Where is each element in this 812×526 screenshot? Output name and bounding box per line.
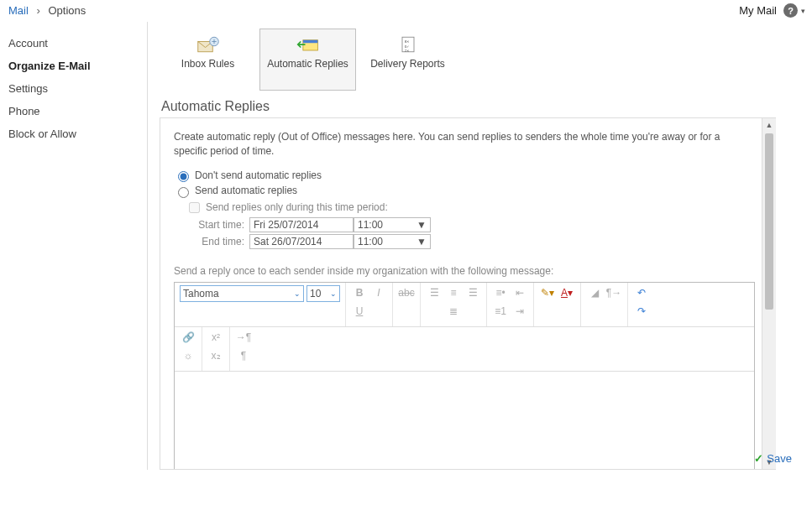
dropdown-icon: ⌄ bbox=[294, 289, 301, 299]
svg-rect-3 bbox=[302, 40, 317, 44]
automatic-replies-icon bbox=[296, 34, 320, 55]
settings-panel: Create automatic reply (Out of Office) m… bbox=[160, 117, 762, 470]
underline-button[interactable]: U bbox=[351, 304, 368, 319]
radio-send[interactable]: Send automatic replies bbox=[174, 184, 748, 198]
sidebar-item-phone[interactable]: Phone bbox=[0, 100, 147, 122]
save-button[interactable]: ✓ Save bbox=[754, 452, 792, 465]
checkbox-time-period-label: Send replies only during this time perio… bbox=[206, 201, 388, 215]
end-time-value: 11:00 bbox=[358, 235, 383, 249]
start-time-field[interactable]: 11:00 ▼ bbox=[354, 217, 431, 232]
ribbon-label: Delivery Reports bbox=[370, 58, 445, 70]
scroll-thumb[interactable] bbox=[765, 133, 773, 310]
chevron-right-icon: › bbox=[36, 4, 39, 17]
breadcrumb-root[interactable]: Mail bbox=[8, 4, 29, 17]
svg-text:0✓: 0✓ bbox=[404, 44, 408, 49]
sidebar: Account Organize E-Mail Settings Phone B… bbox=[0, 22, 148, 470]
radio-dont-send-input[interactable] bbox=[178, 171, 189, 182]
ltr-button[interactable]: ¶→ bbox=[605, 285, 622, 300]
top-right: My Mail ? ▾ bbox=[739, 3, 805, 18]
align-justify-button[interactable]: ≣ bbox=[445, 304, 462, 319]
editor-textarea[interactable] bbox=[175, 372, 754, 470]
dropdown-icon: ▼ bbox=[416, 235, 427, 249]
content: Inbox Rules Automatic Replies 8✕ 0✓ 2✕ D… bbox=[148, 22, 812, 470]
paragraph-button[interactable]: ¶ bbox=[235, 348, 252, 363]
start-time-label: Start time: bbox=[186, 218, 244, 232]
font-name-value: Tahoma bbox=[183, 287, 219, 301]
bullet-list-button[interactable]: ≡• bbox=[492, 285, 509, 300]
vertical-scrollbar[interactable]: ▲ ▼ bbox=[762, 117, 776, 470]
breadcrumb: Mail › Options bbox=[8, 4, 86, 17]
italic-button[interactable]: I bbox=[370, 285, 387, 300]
end-date-field[interactable]: Sat 26/07/2014 bbox=[249, 234, 354, 249]
align-center-button[interactable]: ≡ bbox=[445, 285, 462, 300]
radio-dont-send-label: Don't send automatic replies bbox=[195, 169, 322, 183]
save-label: Save bbox=[767, 452, 792, 465]
sidebar-item-block-or-allow[interactable]: Block or Allow bbox=[0, 122, 147, 145]
check-icon: ✓ bbox=[754, 452, 763, 465]
subscript-button[interactable]: x₂ bbox=[207, 348, 224, 363]
bold-button[interactable]: B bbox=[351, 285, 368, 300]
insert-link-button[interactable]: 🔗 bbox=[180, 330, 196, 345]
reply-editor-label: Send a reply once to each sender inside … bbox=[174, 264, 748, 279]
help-dropdown-icon[interactable]: ▾ bbox=[801, 7, 805, 15]
ribbon-label: Automatic Replies bbox=[267, 58, 348, 70]
dropdown-icon: ⌄ bbox=[330, 289, 337, 299]
checkbox-time-period[interactable]: Send replies only during this time perio… bbox=[186, 200, 748, 216]
help-icon[interactable]: ? bbox=[783, 3, 798, 18]
checkbox-time-period-input[interactable] bbox=[189, 202, 200, 213]
ribbon-label: Inbox Rules bbox=[181, 58, 234, 70]
font-color-button[interactable]: A▾ bbox=[558, 285, 575, 300]
start-date-field[interactable]: Fri 25/07/2014 bbox=[249, 217, 354, 232]
align-right-button[interactable]: ☰ bbox=[464, 285, 481, 300]
rtl-button[interactable]: →¶ bbox=[235, 330, 252, 345]
svg-text:2✕: 2✕ bbox=[404, 49, 408, 53]
font-size-value: 10 bbox=[310, 287, 321, 301]
radio-send-input[interactable] bbox=[178, 187, 189, 198]
intro-text: Create automatic reply (Out of Office) m… bbox=[174, 130, 748, 159]
section-title: Automatic Replies bbox=[161, 99, 812, 114]
superscript-button[interactable]: x² bbox=[207, 330, 224, 345]
editor-toolbar: Tahoma ⌄ 10 ⌄ B bbox=[175, 283, 754, 327]
radio-send-label: Send automatic replies bbox=[195, 184, 297, 198]
sidebar-item-account[interactable]: Account bbox=[0, 32, 147, 55]
my-mail-link[interactable]: My Mail bbox=[739, 4, 777, 17]
font-size-select[interactable]: 10 ⌄ bbox=[306, 285, 340, 302]
indent-button[interactable]: ⇥ bbox=[511, 304, 528, 319]
redo-button[interactable]: ↷ bbox=[633, 304, 650, 319]
clear-format-button[interactable]: ◢ bbox=[586, 285, 603, 300]
ribbon-inbox-rules[interactable]: Inbox Rules bbox=[160, 29, 256, 91]
ribbon: Inbox Rules Automatic Replies 8✕ 0✓ 2✕ D… bbox=[160, 29, 812, 91]
end-time-field[interactable]: 11:00 ▼ bbox=[354, 234, 431, 249]
strikethrough-button[interactable]: abc bbox=[398, 285, 415, 300]
dropdown-icon: ▼ bbox=[416, 218, 427, 232]
ribbon-automatic-replies[interactable]: Automatic Replies bbox=[259, 29, 356, 91]
align-left-button[interactable]: ☰ bbox=[426, 285, 443, 300]
sidebar-item-organize-email[interactable]: Organize E-Mail bbox=[0, 55, 147, 77]
outdent-button[interactable]: ⇤ bbox=[511, 285, 528, 300]
editor-toolbar-2: 🔗 ☼ x² x₂ →¶ ¶ bbox=[175, 327, 754, 372]
undo-button[interactable]: ↶ bbox=[633, 285, 650, 300]
insert-image-button[interactable]: ☼ bbox=[180, 348, 196, 363]
sidebar-item-settings[interactable]: Settings bbox=[0, 77, 147, 100]
font-name-select[interactable]: Tahoma ⌄ bbox=[180, 285, 304, 302]
highlight-color-button[interactable]: ✎▾ bbox=[539, 285, 556, 300]
inbox-rules-icon bbox=[196, 34, 220, 55]
scroll-up-icon[interactable]: ▲ bbox=[762, 118, 776, 132]
ribbon-delivery-reports[interactable]: 8✕ 0✓ 2✕ Delivery Reports bbox=[359, 29, 456, 91]
end-time-label: End time: bbox=[186, 235, 244, 249]
start-time-value: 11:00 bbox=[358, 218, 383, 232]
top-bar: Mail › Options My Mail ? ▾ bbox=[0, 0, 812, 22]
scroll-track[interactable] bbox=[762, 311, 776, 456]
svg-text:8✕: 8✕ bbox=[404, 39, 408, 44]
rich-text-editor: Tahoma ⌄ 10 ⌄ B bbox=[174, 282, 755, 470]
breadcrumb-current: Options bbox=[48, 4, 86, 17]
number-list-button[interactable]: ≡1 bbox=[492, 304, 509, 319]
delivery-reports-icon: 8✕ 0✓ 2✕ bbox=[396, 34, 420, 55]
radio-dont-send[interactable]: Don't send automatic replies bbox=[174, 169, 748, 183]
